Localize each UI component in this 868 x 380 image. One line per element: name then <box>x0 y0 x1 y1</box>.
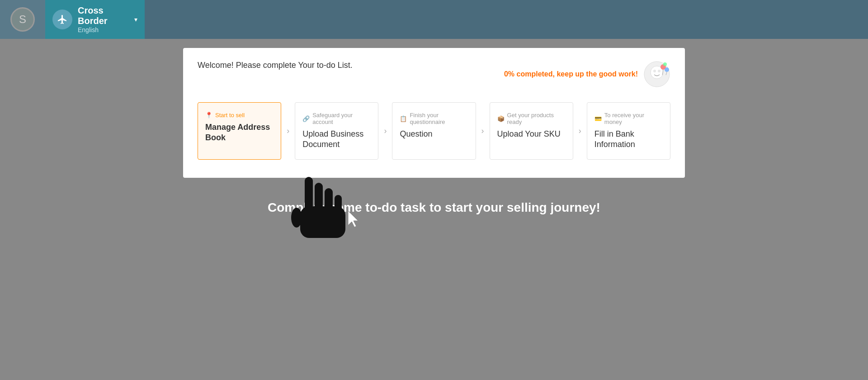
step-start-to-sell[interactable]: 📍 Start to sell Manage Address Book <box>198 102 281 160</box>
safeguard-icon: 🔗 <box>302 115 310 122</box>
pin-icon: 📍 <box>205 112 212 119</box>
main-content: Welcome! Please complete Your to-do List… <box>0 39 868 380</box>
todo-card: Welcome! Please complete Your to-do List… <box>183 48 685 178</box>
bottom-text: Complete some to-do task to start your s… <box>268 200 600 215</box>
step-4-title: Upload Your SKU <box>497 129 566 139</box>
step-3-label: 📋 Finish your questionnaire <box>400 112 468 125</box>
progress-text: 0% completed, keep up the good work! <box>504 70 638 78</box>
brand-dropdown-icon[interactable]: ▾ <box>134 16 137 23</box>
arrow-3: › <box>476 102 490 160</box>
logo-icon: S <box>10 7 35 32</box>
arrow-1: › <box>281 102 295 160</box>
steps-row: 📍 Start to sell Manage Address Book › 🔗 … <box>198 102 670 160</box>
brand-name: Cross Border <box>78 5 129 26</box>
step-questionnaire[interactable]: 📋 Finish your questionnaire Question <box>392 102 476 160</box>
arrow-2: › <box>378 102 392 160</box>
svg-point-2 <box>653 70 656 72</box>
products-icon: 📦 <box>497 115 505 122</box>
card-progress: 0% completed, keep up the good work! <box>504 61 670 88</box>
step-1-label: 📍 Start to sell <box>205 112 274 119</box>
step-1-title: Manage Address Book <box>205 122 274 143</box>
step-5-title: Fill in Bank Information <box>594 129 663 150</box>
svg-point-6 <box>663 62 667 66</box>
step-bank[interactable]: 💳 To receive your money Fill in Bank Inf… <box>587 102 670 160</box>
brand-icon <box>52 10 72 29</box>
card-header: Welcome! Please complete Your to-do List… <box>198 61 670 88</box>
step-3-title: Question <box>400 129 468 139</box>
step-4-label: 📦 Get your products ready <box>497 112 566 125</box>
mascot-icon <box>643 61 670 88</box>
logo-area: S <box>0 0 45 39</box>
arrow-4: › <box>573 102 587 160</box>
step-2-title: Upload Business Document <box>302 129 371 150</box>
welcome-text: Welcome! Please complete Your to-do List… <box>198 61 353 70</box>
step-2-label: 🔗 Safeguard your account <box>302 112 371 125</box>
svg-point-3 <box>658 70 660 72</box>
questionnaire-icon: 📋 <box>400 115 407 122</box>
airplane-icon <box>57 14 68 25</box>
step-safeguard[interactable]: 🔗 Safeguard your account Upload Business… <box>295 102 378 160</box>
bank-icon: 💳 <box>594 115 602 122</box>
step-5-label: 💳 To receive your money <box>594 112 663 125</box>
brand-language: English <box>78 26 129 33</box>
mascot-svg <box>643 61 670 88</box>
svg-point-5 <box>665 67 669 72</box>
step-products[interactable]: 📦 Get your products ready Upload Your SK… <box>490 102 573 160</box>
topbar: S Cross Border English ▾ <box>0 0 868 39</box>
brand-section[interactable]: Cross Border English ▾ <box>45 0 145 39</box>
brand-text: Cross Border English <box>78 5 129 33</box>
